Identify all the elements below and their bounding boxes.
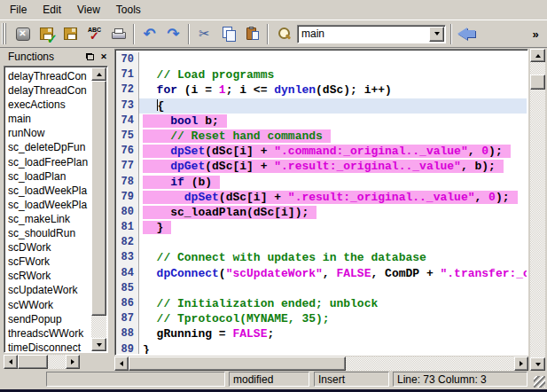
cut-button[interactable]: ✂ (192, 22, 216, 45)
menu-tools[interactable]: Tools (108, 1, 149, 19)
combobox-dropdown-button[interactable] (429, 27, 444, 42)
code-text: sc_loadPlan(dSc[i]); (139, 205, 527, 220)
toolbar-overflow-button[interactable]: » (527, 22, 543, 45)
back-button[interactable] (455, 22, 479, 45)
panel-close-button[interactable]: ✕ (98, 51, 110, 63)
print-button[interactable] (106, 22, 130, 45)
menu-view[interactable]: View (69, 1, 108, 19)
code-line[interactable]: 81 } (116, 220, 527, 235)
copy-button[interactable] (216, 22, 240, 45)
spellcheck-button[interactable]: ABC ✓ (82, 22, 106, 45)
code-line[interactable]: 75 // Reset hand commands (116, 129, 527, 144)
scrollbar-track[interactable] (48, 355, 66, 369)
function-list-item[interactable]: scUpdateWork (5, 283, 91, 297)
function-list-item[interactable]: threadscWWork (5, 326, 91, 341)
panel-float-button[interactable] (83, 51, 96, 63)
scrollbar-thumb[interactable] (91, 81, 106, 316)
code-text: bool b; (139, 114, 527, 129)
function-list-item[interactable]: sc_loadPlan (5, 169, 91, 184)
code-line[interactable]: 70 (116, 52, 527, 67)
function-list-item[interactable]: sc_loadWeekPla (5, 184, 91, 198)
editor-vertical-scrollbar[interactable] (530, 49, 545, 371)
function-list-item[interactable]: scWWork (5, 298, 91, 312)
functions-panel-titlebar: Functions ✕ (2, 49, 112, 65)
code-text: if (b) (139, 175, 527, 190)
line-number: 82 (116, 235, 139, 250)
toolbar-separator (450, 24, 452, 44)
code-line[interactable]: 87 // Tprotocol(MYNAME, 35); (116, 311, 527, 326)
scroll-up-button[interactable] (530, 49, 545, 62)
code-line[interactable]: 72 for (i = 1; i <= dynlen(dSc); i++) (116, 82, 527, 98)
scrollbar-thumb[interactable] (530, 74, 545, 90)
code-line[interactable]: 71 // Load programms (116, 67, 527, 82)
code-line[interactable]: 78 if (b) (116, 175, 527, 190)
arrow-up-icon (97, 73, 102, 76)
search-button[interactable] (271, 22, 295, 45)
function-list-vertical-scrollbar[interactable] (91, 67, 106, 351)
redo-icon: ↷ (167, 27, 179, 42)
code-text: // Load programms (139, 67, 527, 82)
function-list-item[interactable]: sc_deleteDpFun (5, 140, 91, 154)
code-line[interactable]: 79 dpSet(dSc[i] + ".result:_original.._v… (116, 190, 527, 205)
code-line[interactable]: 82 (116, 235, 527, 250)
code-line[interactable]: 80 sc_loadPlan(dSc[i]); (116, 205, 527, 220)
toolbar-separator (188, 24, 190, 44)
selected-text: bool b; (143, 114, 227, 128)
paste-button[interactable] (240, 22, 264, 45)
function-list-item[interactable]: sc_makeLink (5, 212, 91, 226)
selected-text: dpSet(dSc[i] + ".result:_original.._valu… (143, 191, 518, 204)
function-combobox[interactable]: main (297, 25, 446, 43)
code-text: for (i = 1; i <= dynlen(dSc); i++) (139, 82, 527, 98)
code-text: dpGet(dSc[i] + ".result:_original.._valu… (139, 159, 527, 174)
function-list-item[interactable]: delayThreadCon (5, 83, 91, 98)
code-line[interactable]: 74 bool b; (116, 114, 527, 129)
function-list-item[interactable]: delayThreadCon (5, 69, 91, 83)
resize-grip[interactable] (534, 376, 545, 388)
toolbar-drag-handle[interactable] (2, 23, 8, 44)
scrollbar-track[interactable] (530, 62, 545, 357)
arrow-left-icon (9, 359, 12, 365)
redo-button[interactable]: ↷ (161, 22, 185, 45)
function-list-item[interactable]: main (5, 112, 91, 126)
scrollbar-thumb[interactable] (18, 355, 48, 369)
code-line[interactable]: 83 // Connect with updates in the databa… (116, 250, 527, 265)
function-list-item[interactable]: timeDisconnect (5, 341, 91, 351)
code-line[interactable]: 86 // Initialization ended; unblock (116, 296, 527, 311)
code-line[interactable]: 88 gRunning = FALSE; (116, 326, 527, 341)
code-editor[interactable]: 7071 // Load programms72 for (i = 1; i <… (114, 49, 528, 356)
scroll-right-button[interactable] (66, 355, 80, 369)
search-icon (277, 27, 291, 41)
function-list-horizontal-scrollbar[interactable] (4, 355, 80, 369)
function-list-item[interactable]: sc_loadWeekPla (5, 198, 91, 212)
function-list-item[interactable]: execActions (5, 98, 91, 112)
code-line[interactable]: 85 (116, 281, 527, 296)
code-line[interactable]: 77 dpGet(dSc[i] + ".result:_original.._v… (116, 159, 527, 174)
code-text (139, 52, 527, 67)
function-list-item[interactable]: scRWork (5, 269, 91, 283)
status-field-empty (46, 372, 225, 387)
function-list-item[interactable]: sc_shouldRun (5, 226, 91, 240)
scroll-down-button[interactable] (91, 338, 106, 351)
scroll-left-button[interactable] (4, 355, 18, 369)
function-list-item[interactable]: sendPopup (5, 312, 91, 326)
code-line[interactable]: 89} (116, 342, 527, 354)
save-button[interactable] (59, 22, 82, 45)
code-line[interactable]: 73 { (116, 98, 527, 114)
status-bar: modified Insert Line: 73 Column: 3 (0, 369, 547, 389)
menu-file[interactable]: File (2, 1, 35, 19)
function-list-item[interactable]: sc_loadFreePlan (5, 155, 91, 169)
close-button[interactable]: ✕ (11, 22, 35, 45)
save-accept-button[interactable]: ✓ (35, 22, 59, 45)
undo-button[interactable]: ↶ (137, 22, 161, 45)
line-number: 77 (116, 159, 139, 174)
function-list: delayThreadCondelayThreadConexecActionsm… (4, 66, 108, 353)
menu-edit[interactable]: Edit (35, 1, 69, 19)
function-list-item[interactable]: runNow (5, 126, 91, 140)
code-line[interactable]: 76 dpSet(dSc[i] + ".command:_original.._… (116, 144, 527, 159)
code-text: // Connect with updates in the database (139, 250, 527, 265)
code-line[interactable]: 84 dpConnect("scUpdateWork", FALSE, ComD… (116, 266, 527, 281)
function-list-item[interactable]: scFWork (5, 255, 91, 269)
functions-panel-title: Functions (8, 51, 82, 63)
scroll-up-button[interactable] (91, 67, 106, 81)
function-list-item[interactable]: scDWork (5, 240, 91, 255)
